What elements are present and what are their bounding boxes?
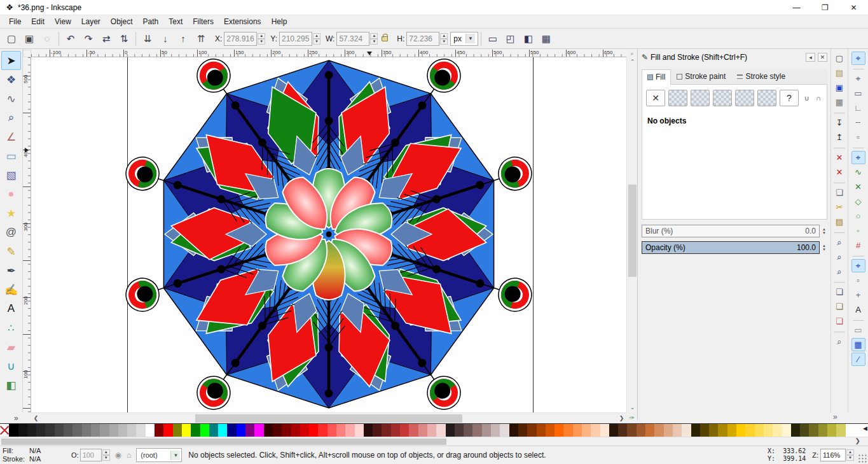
palette-swatch[interactable]	[736, 424, 745, 437]
palette-swatch[interactable]	[9, 424, 18, 437]
palette-swatch[interactable]	[509, 424, 518, 437]
snap-button[interactable]	[853, 69, 864, 69]
palette-swatch[interactable]	[227, 424, 236, 437]
snap-object-centers[interactable]: ▫	[851, 274, 865, 287]
snap-button[interactable]	[853, 256, 864, 257]
resize-grip[interactable]	[858, 454, 867, 463]
vertical-ruler[interactable]: 500400300200100	[23, 57, 31, 412]
palette-swatch[interactable]	[173, 424, 182, 437]
palette-swatch[interactable]	[482, 424, 491, 437]
opacity-slider[interactable]: Opacity (%)100.0	[642, 241, 820, 254]
palette-swatch[interactable]	[364, 424, 373, 437]
palette-swatch[interactable]	[455, 424, 464, 437]
x-field-spinner[interactable]: ▲▼	[258, 33, 265, 45]
palette-swatch[interactable]	[336, 424, 345, 437]
toolbars-overflow-chevron[interactable]: »	[833, 412, 837, 421]
palette-swatch[interactable]	[745, 424, 754, 437]
h-field[interactable]	[406, 32, 439, 46]
paint-no-paint[interactable]: ✕	[646, 90, 665, 106]
layer-lock-icon[interactable]: ⌂	[127, 451, 131, 460]
cmd-copy[interactable]: ❏	[832, 186, 846, 199]
palette-swatch[interactable]	[673, 424, 682, 437]
tool-spiral-button[interactable]: @	[1, 223, 21, 242]
tool-box-3d-button[interactable]: ▧	[1, 165, 21, 185]
scroll-left-arrow[interactable]: ❮	[31, 413, 41, 424]
palette-swatch[interactable]	[664, 424, 673, 437]
toolbar-flip-horizontal[interactable]: ⇄	[98, 31, 114, 47]
snap-bbox-edges[interactable]: ▭	[851, 87, 865, 100]
fill-rule-nonzero[interactable]: ∩	[813, 93, 823, 103]
paint-flat-color[interactable]	[668, 90, 687, 106]
tool-text-button[interactable]: A	[1, 299, 21, 318]
snap-page-border[interactable]: ▭	[851, 323, 865, 337]
blur-spinner[interactable]: ▲▼	[821, 227, 827, 235]
palette-swatch[interactable]	[418, 424, 427, 437]
horizontal-scrollbar[interactable]: ❮ ❯	[31, 412, 626, 423]
vertical-scrollbar[interactable]: ⌃ ⌄	[626, 57, 637, 412]
cmd-duplicate[interactable]: ❏	[832, 285, 846, 299]
palette-swatch[interactable]	[82, 424, 91, 437]
palette-swatch[interactable]	[563, 424, 572, 437]
palette-swatch[interactable]	[55, 424, 64, 437]
palette-swatch[interactable]	[654, 424, 663, 437]
cmd-cut[interactable]: ✂	[832, 200, 846, 214]
canvas[interactable]	[31, 57, 626, 412]
w-field-spinner[interactable]: ▲▼	[370, 33, 378, 45]
palette-swatch[interactable]	[700, 424, 709, 437]
palette-swatch[interactable]	[464, 424, 472, 437]
palette-swatch[interactable]	[273, 424, 282, 437]
palette-swatch[interactable]	[537, 424, 546, 437]
snap-object-points[interactable]: #	[851, 239, 865, 252]
palette-swatch[interactable]	[191, 424, 200, 437]
mandala-drawing[interactable]	[106, 57, 551, 412]
palette-swatch[interactable]	[0, 424, 9, 437]
menu-item[interactable]: Layer	[76, 16, 106, 27]
palette-swatch[interactable]	[163, 424, 172, 437]
menu-item[interactable]: Object	[106, 16, 138, 27]
toolbar-raise[interactable]: ↑	[175, 31, 191, 47]
color-managed-view-icon[interactable]: ✑	[627, 414, 637, 423]
cmd-unlink-clone[interactable]: ❏	[832, 314, 846, 328]
tool-star-button[interactable]: ★	[1, 204, 21, 223]
w-field[interactable]	[336, 32, 369, 46]
palette-swatch[interactable]	[72, 424, 81, 437]
snap-others[interactable]: ⌖	[851, 259, 865, 272]
minimize-button[interactable]: —	[782, 0, 811, 15]
tool-gradient-button[interactable]: ◧	[1, 376, 21, 395]
palette-swatch[interactable]	[818, 424, 827, 437]
tool-spray-button[interactable]: ∴	[1, 318, 21, 337]
tool-tweak-button[interactable]: ∿	[1, 89, 21, 108]
toolbar-select-all[interactable]: ▢	[3, 31, 20, 47]
palette-swatch[interactable]	[446, 424, 455, 437]
cmd-undo[interactable]: ✕	[832, 151, 846, 164]
palette-swatch[interactable]	[309, 424, 318, 437]
palette-scroll-left-icon[interactable]: ◀	[863, 425, 867, 432]
opacity-status-input[interactable]	[80, 449, 102, 461]
layer-select[interactable]: (root)▼	[136, 448, 182, 462]
cmd-print[interactable]: ▦	[832, 95, 846, 109]
command-button[interactable]	[834, 232, 845, 233]
cmd-paste[interactable]: ▤	[832, 215, 846, 228]
opacity-status-spinner[interactable]: ▲▼	[102, 449, 110, 461]
snap-bbox-centers[interactable]: ▫	[851, 130, 865, 144]
palette-swatch[interactable]	[327, 424, 336, 437]
palette-swatch[interactable]	[773, 424, 782, 437]
menu-item[interactable]: Filters	[188, 16, 219, 27]
palette-swatch[interactable]	[827, 424, 836, 437]
palette-swatch[interactable]	[300, 424, 309, 437]
snap-nodes[interactable]: ⌖	[851, 151, 865, 164]
palette-swatch[interactable]	[573, 424, 582, 437]
paint-pattern[interactable]	[735, 90, 754, 106]
palette-swatch[interactable]	[591, 424, 600, 437]
tab-fill[interactable]: Fill	[642, 69, 671, 85]
palette-swatch[interactable]	[136, 424, 145, 437]
stroke-value[interactable]: N/A	[29, 455, 62, 463]
palette-swatch[interactable]	[409, 424, 418, 437]
cmd-zoom-to-drawing[interactable]: ⌕	[832, 250, 846, 264]
toolbar-select-all-layers[interactable]: ▣	[21, 31, 38, 47]
tool-rectangle-button[interactable]: ▭	[1, 146, 21, 165]
palette-swatch[interactable]	[391, 424, 400, 437]
palette-swatch[interactable]	[209, 424, 218, 437]
close-button[interactable]: ✕	[839, 0, 868, 15]
toggle-transform-gradients[interactable]: ◧	[520, 31, 537, 47]
